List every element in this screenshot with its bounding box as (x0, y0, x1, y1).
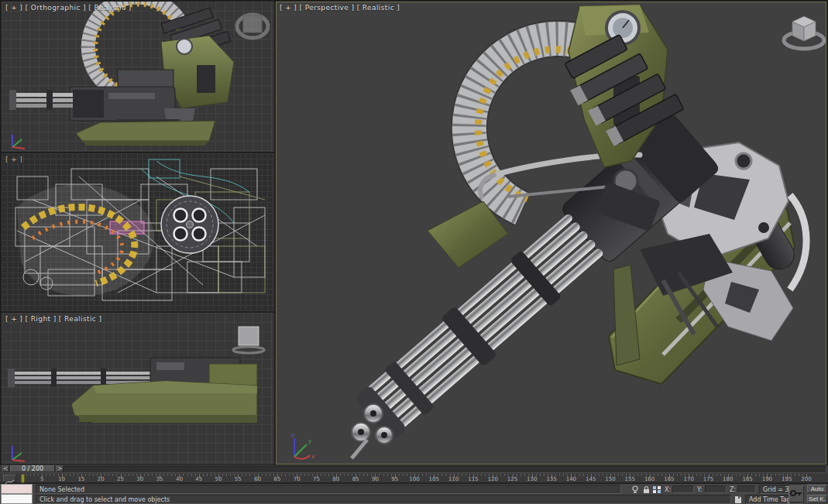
frame-tick (262, 474, 263, 476)
viewport-label-top[interactable]: [ + ] (5, 156, 22, 163)
frame-tick (438, 474, 438, 476)
frame-number: 195 (782, 476, 792, 482)
frame-tick (50, 474, 50, 476)
frame-tick (504, 474, 505, 476)
maxscript-mini-listener-input[interactable] (1, 494, 33, 504)
frame-tick (387, 474, 388, 476)
frame-tick (183, 474, 184, 476)
frame-number: 60 (254, 476, 261, 482)
minigun-model-wireframe[interactable] (15, 159, 265, 300)
frame-tick (622, 474, 623, 476)
frame-number: 125 (507, 476, 517, 482)
selection-lock-icon[interactable] (641, 485, 651, 494)
viewport-label-orthographic[interactable]: [ + ] [ Orthographic ] [ Realistic ] (5, 4, 132, 12)
frame-tick (462, 474, 462, 476)
frame-tick (144, 474, 145, 476)
auto-key-button[interactable]: Auto (807, 485, 827, 493)
z-coordinate-field[interactable] (737, 485, 756, 493)
frame-tick (426, 474, 427, 476)
frame-tick (521, 474, 521, 476)
frame-tick (603, 474, 603, 476)
minigun-model-right[interactable] (8, 358, 257, 423)
x-coordinate-field[interactable] (672, 485, 694, 493)
y-coordinate-label: Y: (697, 486, 703, 493)
frame-tick (308, 474, 309, 476)
frame-tick (30, 474, 31, 476)
time-slider[interactable]: < 0 / 200 > (0, 465, 828, 474)
absolute-offset-mode-icon[interactable] (652, 485, 661, 494)
frame-number: 150 (605, 476, 615, 482)
frame-tick (485, 474, 486, 476)
frame-number: 190 (762, 476, 772, 482)
time-tag-icon (734, 495, 742, 504)
frame-tick (304, 474, 305, 476)
frame-tick (152, 474, 153, 476)
frame-tick (441, 474, 442, 476)
frame-number: 80 (332, 476, 339, 482)
viewport-label-perspective[interactable]: [ + ] [ Perspective ] [ Realistic ] (280, 4, 400, 12)
frame-tick (477, 474, 478, 476)
frame-tick (363, 474, 364, 476)
time-slider-handle[interactable]: 0 / 200 (10, 465, 55, 472)
status-bar: None Selected Click and drag to select a… (0, 484, 828, 504)
frame-tick (289, 474, 290, 476)
frame-tick (720, 474, 721, 476)
next-frame-button[interactable]: > (56, 465, 64, 472)
maxscript-mini-listener-macro[interactable] (1, 484, 33, 494)
viewport-right[interactable]: [ + ] [ Right ] [ Realistic ] (2, 313, 274, 465)
frame-tick (328, 474, 329, 476)
frame-tick (555, 474, 556, 476)
frame-tick (544, 474, 545, 476)
previous-frame-button[interactable]: < (2, 465, 9, 472)
frame-tick (399, 474, 400, 476)
time-slider-track[interactable] (1, 466, 826, 473)
minigun-model-perspective[interactable] (348, 5, 806, 458)
frame-number: 135 (546, 476, 556, 482)
y-coordinate-field[interactable] (705, 485, 727, 493)
frame-tick (634, 474, 634, 476)
minigun-model-ortho[interactable] (9, 2, 234, 146)
isolate-selection-icon[interactable] (630, 485, 640, 494)
set-key-mode-button[interactable]: Set K. (807, 495, 827, 503)
frame-tick (524, 474, 525, 476)
frame-tick (46, 474, 46, 476)
viewport-orthographic[interactable]: [ + ] [ Orthographic ] [ Realistic ] (2, 2, 274, 152)
current-frame-marker[interactable] (21, 474, 25, 483)
frame-tick (285, 474, 286, 476)
frame-tick (583, 474, 584, 476)
frame-tick (70, 474, 70, 476)
frame-tick (383, 474, 384, 476)
frame-tick (563, 474, 564, 476)
frame-number: 15 (77, 476, 84, 482)
frame-tick (171, 474, 172, 476)
frame-tick (207, 474, 208, 476)
viewport-label-right[interactable]: [ + ] [ Right ] [ Realistic ] (5, 315, 101, 323)
frame-tick (771, 474, 771, 476)
track-bar[interactable]: 5101520253035404550556065707580859095100… (0, 474, 828, 483)
viewcube-perspective[interactable] (784, 16, 824, 49)
frame-number: 55 (235, 476, 242, 482)
frame-tick (129, 474, 129, 476)
frame-tick (641, 474, 642, 476)
frame-tick (270, 474, 270, 476)
axis-tripod-ortho (12, 135, 25, 149)
frame-number: 165 (664, 476, 674, 482)
viewport-top-wireframe[interactable]: [ + ] (2, 153, 274, 311)
frame-tick (344, 474, 345, 476)
frame-ruler[interactable]: 5101520253035404550556065707580859095100… (0, 474, 813, 483)
frame-number: 155 (625, 476, 635, 482)
set-keys-button[interactable] (788, 485, 804, 502)
frame-number: 45 (195, 476, 202, 482)
frame-tick (458, 474, 459, 476)
frame-tick (658, 474, 658, 476)
viewcube-right[interactable] (233, 327, 264, 353)
viewcube-ortho[interactable] (237, 15, 268, 38)
frame-tick (740, 474, 740, 476)
frame-tick (281, 474, 282, 476)
frame-tick (759, 474, 760, 476)
frame-number: 120 (488, 476, 498, 482)
frame-tick (66, 474, 67, 476)
frame-tick (618, 474, 619, 476)
frame-tick (321, 474, 321, 476)
viewport-perspective[interactable]: z y x [ + ] [ Perspective ] [ Realistic … (276, 2, 826, 465)
